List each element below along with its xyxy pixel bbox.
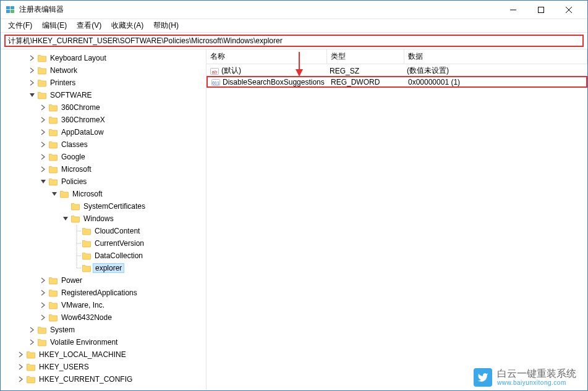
tree-item[interactable]: VMware, Inc. — [1, 299, 206, 311]
menu-help[interactable]: 帮助(H) — [148, 19, 184, 32]
tree-item[interactable]: Google — [1, 151, 206, 163]
tree-item[interactable]: HKEY_LOCAL_MACHINE — [1, 348, 206, 361]
tree-expander-icon[interactable] — [39, 140, 48, 149]
reg-dword-icon: 011 — [211, 78, 220, 86]
tree-item[interactable]: Keyboard Layout — [1, 52, 206, 64]
tree-item-label: Volatile Environment — [49, 338, 119, 347]
tree-expander-icon[interactable] — [39, 116, 48, 124]
tree-expander-icon[interactable] — [61, 214, 70, 223]
maximize-button[interactable] — [527, 1, 555, 19]
tree-expander-icon[interactable] — [39, 288, 48, 297]
tree-item[interactable]: DataCollection — [1, 250, 206, 262]
tree-item[interactable]: Policies — [1, 175, 206, 188]
tree-item[interactable]: SOFTWARE — [1, 89, 206, 101]
tree-item-label: CloudContent — [93, 227, 141, 235]
tree-expander-icon[interactable] — [39, 313, 48, 322]
tree-expander-icon[interactable] — [39, 165, 48, 174]
folder-icon — [48, 140, 58, 149]
tree-expander-icon[interactable] — [28, 66, 36, 75]
svg-rect-3 — [11, 10, 14, 13]
tree-expander-icon[interactable] — [28, 326, 36, 334]
tree-item[interactable]: System — [1, 324, 206, 336]
tree-expander-icon[interactable] — [50, 190, 59, 198]
tree-item-label: Keyboard Layout — [49, 54, 108, 62]
folder-icon — [48, 115, 58, 125]
tree-expander-icon — [72, 237, 81, 250]
folder-icon — [48, 177, 58, 187]
tree-item[interactable]: Wow6432Node — [1, 311, 206, 324]
tree-expander-icon[interactable] — [39, 103, 48, 112]
tree-expander-icon[interactable] — [39, 128, 48, 137]
header-data[interactable]: 数据 — [404, 49, 587, 64]
tree-expander-icon[interactable] — [28, 91, 36, 99]
watermark: 白云一键重装系统 www.baiyunxitong.com — [474, 368, 576, 387]
tree-item-label: System — [49, 326, 76, 334]
close-button[interactable] — [555, 1, 582, 19]
tree-item[interactable]: Microsoft — [1, 188, 206, 200]
tree-item-label: HKEY_USERS — [38, 363, 90, 371]
address-input[interactable] — [4, 35, 584, 47]
tree-item[interactable]: 360ChromeX — [1, 114, 206, 126]
tree-item[interactable]: HKEY_USERS — [1, 361, 206, 373]
tree-item[interactable]: CurrentVersion — [1, 237, 206, 250]
folder-icon — [82, 226, 92, 236]
svg-rect-1 — [11, 6, 14, 9]
tree-item[interactable]: explorer — [1, 262, 206, 274]
tree-expander-icon[interactable] — [17, 375, 25, 384]
tree-item-label: SOFTWARE — [49, 91, 93, 99]
tree-item[interactable]: Microsoft — [1, 163, 206, 175]
tree-item[interactable]: HKEY_CURRENT_CONFIG — [1, 373, 206, 385]
tree-item[interactable]: 360Chrome — [1, 101, 206, 114]
tree-item[interactable]: Network — [1, 64, 206, 77]
tree-item-label: 360ChromeX — [60, 116, 106, 124]
folder-icon — [48, 275, 58, 285]
svg-rect-5 — [538, 7, 543, 12]
tree-expander-icon[interactable] — [17, 350, 25, 359]
tree-item-label: Classes — [60, 140, 89, 149]
folder-icon — [48, 300, 58, 310]
value-row[interactable]: 011DisableSearchBoxSuggestionsREG_DWORD0… — [207, 76, 587, 88]
svg-rect-0 — [6, 6, 10, 9]
value-type: REG_DWORD — [328, 78, 406, 86]
tree-pane[interactable]: Keyboard LayoutNetworkPrintersSOFTWARE36… — [1, 49, 207, 390]
header-type[interactable]: 类型 — [327, 49, 404, 64]
header-name[interactable]: 名称 — [207, 49, 327, 64]
folder-icon — [48, 313, 58, 322]
tree-expander-icon[interactable] — [39, 153, 48, 161]
tree-item-label: DataCollection — [93, 251, 144, 260]
tree-item[interactable]: SystemCertificates — [1, 200, 206, 212]
tree-expander-icon[interactable] — [28, 338, 36, 347]
tree-expander-icon[interactable] — [39, 276, 48, 285]
value-name: (默认) — [221, 65, 241, 76]
menu-file[interactable]: 文件(F) — [3, 19, 37, 32]
menu-favorites[interactable]: 收藏夹(A) — [106, 19, 148, 32]
tree-item[interactable]: Volatile Environment — [1, 336, 206, 348]
tree-item[interactable]: Windows — [1, 212, 206, 225]
tree-item[interactable]: CloudContent — [1, 225, 206, 237]
tree-expander-icon[interactable] — [39, 177, 48, 186]
minimize-button[interactable] — [499, 1, 527, 19]
tree-item[interactable]: Classes — [1, 138, 206, 151]
watermark-url: www.baiyunxitong.com — [497, 379, 576, 387]
tree-expander-icon[interactable] — [17, 363, 25, 371]
tree-expander-icon[interactable] — [39, 301, 48, 309]
value-row[interactable]: ab(默认)REG_SZ(数值未设置) — [207, 65, 587, 77]
menu-view[interactable]: 查看(V) — [72, 19, 106, 32]
menubar: 文件(F) 编辑(E) 查看(V) 收藏夹(A) 帮助(H) — [1, 19, 587, 33]
folder-icon — [37, 90, 47, 100]
tree-expander-icon[interactable] — [28, 78, 36, 87]
folder-icon — [82, 238, 92, 248]
tree-item[interactable]: RegisteredApplications — [1, 287, 206, 299]
svg-text:ab: ab — [212, 69, 218, 74]
tree-item[interactable]: Power — [1, 274, 206, 287]
menu-edit[interactable]: 编辑(E) — [37, 19, 72, 32]
folder-icon — [48, 152, 58, 162]
addressbar-container — [1, 33, 587, 49]
svg-rect-2 — [6, 10, 10, 13]
tree-item-label: 360Chrome — [60, 103, 101, 112]
tree-item[interactable]: Printers — [1, 77, 206, 89]
folder-icon — [48, 103, 58, 112]
tree-expander-icon[interactable] — [28, 54, 36, 62]
tree-item[interactable]: AppDataLow — [1, 126, 206, 138]
values-list[interactable]: ab(默认)REG_SZ(数值未设置)011DisableSearchBoxSu… — [207, 64, 587, 390]
